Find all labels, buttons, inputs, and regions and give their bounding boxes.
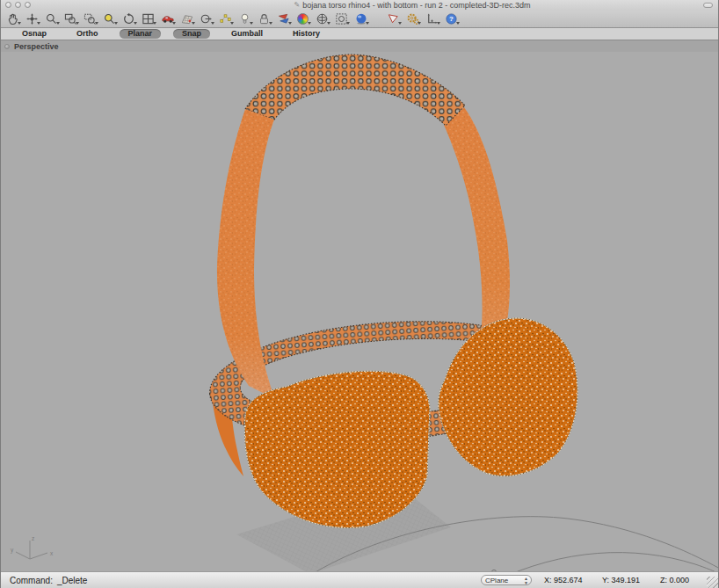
main-toolbar: ? [1, 11, 718, 28]
cplane-dropdown[interactable]: CPlane ▲▼ [481, 575, 532, 585]
title-bar: ✎ bojana torso rhino4 - with bottom - ru… [1, 0, 718, 11]
osnap-button[interactable]: Osnap [13, 29, 55, 39]
coord-z: Z: 0.000 [660, 576, 706, 584]
window-title-text: bojana torso rhino4 - with bottom - run … [302, 1, 530, 10]
planar-button[interactable]: Planar [120, 29, 162, 39]
minimize-button[interactable] [15, 2, 21, 8]
zoom-button[interactable] [25, 2, 31, 8]
snap-button[interactable]: Snap [173, 29, 210, 39]
gumball-button[interactable]: Gumball [222, 29, 272, 39]
viewport-menu-icon[interactable] [4, 44, 10, 49]
cplane-frame-icon[interactable] [424, 11, 440, 26]
viewport-title: Perspective [14, 42, 59, 51]
circle-arrow-icon[interactable] [198, 11, 214, 26]
zoom-window-icon[interactable] [62, 11, 79, 26]
help-icon[interactable]: ? [443, 11, 460, 26]
coord-y: Y: 349.191 [602, 576, 648, 584]
cplane-label: CPlane [485, 577, 508, 584]
render-car-icon[interactable] [159, 11, 176, 26]
lock-icon[interactable] [256, 11, 272, 26]
four-viewports-icon[interactable] [140, 11, 156, 26]
coord-x: X: 952.674 [544, 576, 590, 584]
rotate-view-icon[interactable] [24, 11, 40, 26]
lightbulb-icon[interactable] [236, 11, 253, 26]
model-canvas[interactable]: x y z [1, 40, 718, 571]
zoom-selected-icon[interactable] [101, 11, 118, 26]
status-readouts: CPlane ▲▼ X: 952.674 Y: 349.191 Z: 0.000 [481, 575, 706, 585]
top-strap [245, 54, 465, 126]
document-proxy-icon: ✎ [294, 2, 301, 9]
zoom-dynamic-icon[interactable] [82, 11, 98, 26]
zoom-icon[interactable] [43, 11, 60, 26]
window-title: ✎ bojana torso rhino4 - with bottom - ru… [294, 1, 531, 10]
resize-grip[interactable] [707, 577, 718, 588]
axis-x-label: x [50, 550, 54, 556]
mesh-map-icon[interactable] [178, 11, 195, 26]
axis-indicator: x y z [11, 535, 54, 559]
axis-z-label: z [32, 535, 34, 541]
axis-y-label: y [11, 547, 14, 554]
cplane-arrows-icon: ▲▼ [524, 577, 528, 584]
sphere-wireframe-icon[interactable] [314, 11, 330, 26]
cursor-flag-icon[interactable] [385, 11, 402, 26]
point-objects-icon[interactable] [217, 11, 234, 26]
toolbar-collapse-button[interactable] [703, 3, 713, 8]
command-prompt: Command: [10, 576, 53, 585]
close-button[interactable] [5, 2, 11, 8]
rhino-window: ✎ bojana torso rhino4 - with bottom - ru… [0, 0, 719, 588]
gears-icon[interactable] [404, 11, 421, 26]
ortho-button[interactable]: Ortho [68, 29, 107, 39]
mode-bar: Osnap Ortho Planar Snap Gumball History [1, 28, 718, 40]
command-bar[interactable]: Command: _Delete CPlane ▲▼ X: 952.674 Y:… [1, 571, 718, 588]
cup-right [439, 318, 577, 476]
svg-text:?: ? [449, 15, 454, 23]
history-button[interactable]: History [284, 29, 329, 39]
viewport-header: Perspective [1, 40, 718, 52]
traffic-lights [5, 2, 31, 8]
pan-hand-icon[interactable] [4, 11, 21, 26]
command-text: _Delete [57, 576, 87, 585]
color-wheel-icon[interactable] [294, 11, 311, 26]
perspective-viewport[interactable]: Perspective [1, 40, 718, 571]
undo-view-icon[interactable] [120, 11, 137, 26]
selection-filter-icon[interactable] [333, 11, 350, 26]
layer-flag-icon[interactable] [275, 11, 292, 26]
cup-left [244, 371, 430, 527]
render-sphere-icon[interactable] [352, 11, 369, 26]
